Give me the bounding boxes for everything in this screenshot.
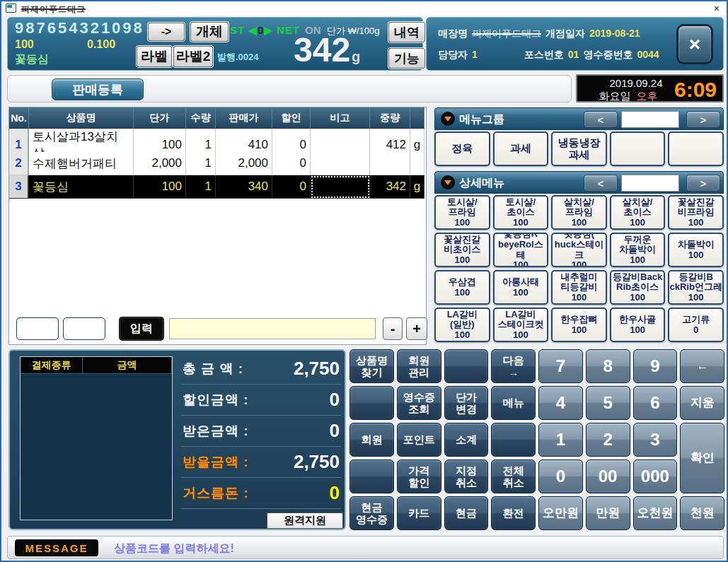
arrow-button[interactable]: -> — [148, 23, 185, 41]
column-header-1: 상품명 — [29, 107, 134, 129]
function-key-다음-→[interactable]: 다음 → — [491, 349, 536, 383]
function-key-상품명-찾기[interactable]: 상품명 찾기 — [349, 349, 394, 383]
numpad-key-만원[interactable]: 만원 — [586, 496, 630, 530]
numpad-key-2[interactable]: 2 — [586, 423, 630, 457]
menu-group-button-3[interactable] — [610, 131, 666, 166]
history-button[interactable]: 내역 — [388, 22, 425, 42]
detail-menu-header: 상세메뉴 < 1 > — [434, 171, 724, 194]
numpad-key-7[interactable]: 7 — [538, 349, 583, 383]
menu-group-button-2[interactable]: 냉동냉장 과세 — [551, 131, 607, 166]
code-input[interactable] — [169, 318, 376, 339]
numpad-key-9[interactable]: 9 — [633, 349, 678, 383]
detail-menu-button-16[interactable]: LA갈비 스테이크컷 100 — [493, 308, 549, 342]
scroll-up-button[interactable]: ▲ — [16, 317, 59, 340]
scroll-down-button[interactable]: ▼ — [63, 317, 105, 340]
numpad-key-오천원[interactable]: 오천원 — [633, 496, 678, 530]
numpad-key-5[interactable]: 5 — [586, 386, 630, 420]
detail-menu-button-8[interactable]: 두꺼운 차돌박이 100 — [610, 233, 666, 267]
numpad-key-000[interactable]: 000 — [633, 459, 678, 493]
detail-menu-button-7[interactable]: 윗등심( huck스테이크 100 — [551, 233, 607, 267]
detail-menu-button-17[interactable]: 한우잡뼈 100 — [551, 308, 607, 342]
detail-menu-button-2[interactable]: 살치살/ 프라임 100 — [551, 195, 607, 230]
detail-menu-button-12[interactable]: 내추럴미 티등갈비 100 — [551, 270, 607, 305]
menu-group-button-0[interactable]: 정육 — [434, 131, 490, 166]
close-button[interactable]: × — [676, 24, 713, 64]
numpad-key-확인[interactable]: 확인 — [680, 423, 724, 493]
total-value: 0 — [330, 389, 340, 411]
detail-menu-button-13[interactable]: 등갈비Back Rib초이스 100 — [610, 270, 666, 305]
payment-type-header: 결제종류 — [21, 357, 83, 374]
detail-menu-button-14[interactable]: 등갈비B ckRib언그레 100 — [668, 270, 724, 305]
function-key-소계[interactable]: 소계 — [444, 423, 489, 457]
detail-menu-button-6[interactable]: 꽃등심R beyeRol스테 100 — [493, 233, 549, 267]
menu-group-button-4[interactable] — [668, 131, 724, 166]
detail-menu-button-18[interactable]: 한우사골 100 — [610, 308, 666, 342]
window-close-icon[interactable]: × — [714, 3, 720, 14]
detail-menu-button-5[interactable]: 꽃살진갈 비초이스 100 — [434, 233, 490, 267]
function-key-전체-취소[interactable]: 전체 취소 — [491, 459, 536, 493]
function-key-blank-0-2[interactable] — [444, 349, 489, 383]
function-key-회원[interactable]: 회원 — [349, 423, 394, 457]
menu-group-prev-button[interactable]: < — [584, 111, 618, 128]
numpad-key-4[interactable]: 4 — [538, 386, 583, 420]
function-key-메뉴[interactable]: 메뉴 — [491, 386, 536, 420]
detail-menu-prev-button[interactable]: < — [584, 175, 618, 192]
plus-button[interactable]: + — [406, 317, 427, 340]
column-header-8 — [410, 107, 424, 129]
ampm: 오후 — [637, 90, 658, 102]
numpad-key-0[interactable]: 0 — [538, 459, 583, 493]
numpad-key-←[interactable]: ← — [680, 349, 724, 383]
numpad-key-오만원[interactable]: 오만원 — [538, 496, 583, 530]
function-key-blank-3-0[interactable] — [349, 459, 394, 493]
numpad-key-8[interactable]: 8 — [586, 349, 630, 383]
menu-group-header: 메뉴그룹 < 1 > — [434, 107, 724, 130]
detail-menu-button-15[interactable]: LA갈비 (일반) 100 — [434, 308, 490, 342]
section-collapse-icon[interactable] — [441, 175, 455, 189]
detail-menu-button-9[interactable]: 차돌박이 100 — [668, 233, 724, 267]
detail-menu-button-0[interactable]: 토시살/ 프라임 100 — [434, 195, 490, 230]
tab-sales-register[interactable]: 판매등록 — [52, 78, 144, 100]
numpad-key-지움[interactable]: 지움 — [680, 386, 724, 420]
table-row[interactable]: 2수제햄버거패티2,00012,0000 — [9, 152, 426, 175]
menu-group-next-button[interactable]: > — [686, 111, 720, 128]
numpad-key-6[interactable]: 6 — [633, 386, 678, 420]
section-collapse-icon[interactable] — [441, 112, 455, 126]
entity-button[interactable]: 개체 — [190, 22, 229, 42]
detail-menu-button-19[interactable]: 고기류 0 — [668, 308, 724, 342]
numpad-key-1[interactable]: 1 — [538, 423, 583, 457]
message-bar: MESSAGE 상품코드를 입력하세요! — [7, 536, 724, 559]
table-row[interactable]: 1토시살과13살치살10014100412g — [9, 129, 426, 152]
function-key-카드[interactable]: 카드 — [397, 496, 441, 530]
detail-menu-button-11[interactable]: 아롱사태 100 — [493, 270, 549, 305]
function-key-영수증-조회[interactable]: 영수증 조회 — [397, 386, 441, 420]
remote-support-button[interactable]: 원격지원 — [267, 513, 343, 529]
function-key-현금-영수증[interactable]: 현금 영수증 — [349, 496, 394, 530]
function-key-가격-할인[interactable]: 가격 할인 — [397, 459, 441, 493]
minus-button[interactable]: - — [383, 317, 403, 340]
cell-note — [311, 175, 370, 199]
function-key-현금[interactable]: 현금 — [444, 496, 489, 530]
detail-menu-button-1[interactable]: 토시살/ 초이스 100 — [493, 195, 549, 230]
label2-button[interactable]: 라벨2 — [173, 46, 213, 67]
numpad-key-00[interactable]: 00 — [586, 459, 630, 493]
cell-weight-unit: g — [410, 175, 424, 199]
function-key-blank-2-3[interactable] — [491, 423, 536, 457]
detail-menu-button-4[interactable]: 꽃살진갈 비프라임 100 — [668, 195, 724, 230]
function-button[interactable]: 기능 — [388, 48, 425, 69]
input-button[interactable]: 입력 — [120, 317, 163, 340]
numpad-key-천원[interactable]: 천원 — [680, 496, 724, 530]
numpad-key-3[interactable]: 3 — [633, 423, 678, 457]
label-button[interactable]: 라벨 — [137, 46, 172, 67]
function-key-환전[interactable]: 환전 — [491, 496, 536, 530]
table-row[interactable]: 3꽃등심10013400342g — [9, 175, 426, 199]
detail-menu-next-button[interactable]: > — [686, 175, 720, 192]
store-name-label: 매장명 — [438, 28, 468, 40]
detail-menu-button-10[interactable]: 우삼겹 100 — [434, 270, 490, 305]
function-key-회원-관리[interactable]: 회원 관리 — [397, 349, 441, 383]
detail-menu-button-3[interactable]: 살치살/ 초이스 100 — [610, 195, 666, 230]
function-key-단가-변경[interactable]: 단가 변경 — [444, 386, 489, 420]
function-key-포인트[interactable]: 포인트 — [397, 423, 441, 457]
function-key-blank-1-0[interactable] — [349, 386, 394, 420]
menu-group-button-1[interactable]: 과세 — [493, 131, 549, 166]
function-key-지정-취소[interactable]: 지정 취소 — [444, 459, 489, 493]
